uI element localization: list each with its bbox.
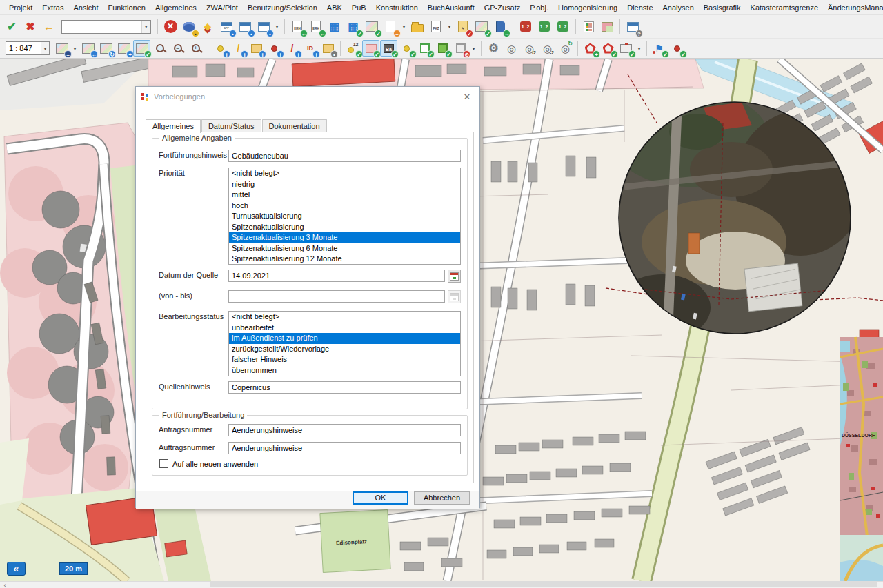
menu-basisgrafik[interactable]: Basisgrafik [699, 1, 746, 14]
list-option[interactable]: falscher Hinweis [229, 354, 460, 365]
window-gff-button[interactable]: GFF• [217, 18, 235, 36]
auf-alle-neuen-anwenden-checkbox[interactable] [159, 459, 168, 468]
list-option-selected[interactable]: im Außendienst zu prüfen [229, 333, 460, 344]
list-option[interactable]: hoch [229, 201, 460, 212]
dialog-titlebar[interactable]: Vorbelegungen ✕ [136, 87, 479, 106]
settings-gear-button[interactable]: ⚙ [485, 40, 502, 57]
book-forward-button[interactable]: → [491, 18, 509, 36]
bearbeitungsstatus-listbox[interactable]: <nicht belegt> unbearbeitet im Außendien… [228, 311, 461, 376]
list-option-selected[interactable]: Spitzenaktualisierung 3 Monate [229, 232, 460, 243]
menu-dienste[interactable]: Dienste [622, 1, 657, 14]
list-option[interactable]: übernommen [229, 365, 460, 376]
point-confirm-button[interactable]: ✓ [668, 40, 686, 57]
scroll-left-arrow[interactable]: ‹ [0, 582, 10, 588]
ba-button[interactable]: Ba✓ [380, 40, 397, 57]
target-rotate-button[interactable]: ◎↻ [557, 40, 574, 57]
list-option[interactable]: <nicht belegt> [229, 312, 460, 323]
target-half-button[interactable]: ◎/2 [521, 40, 538, 57]
back-button[interactable]: ← [40, 18, 58, 36]
window-list-button[interactable]: • [255, 18, 272, 36]
tab-allgemeines[interactable]: Allgemeines [146, 119, 201, 133]
window-dropdown-caret[interactable]: ▾ [273, 19, 281, 35]
chevron-down-icon[interactable]: ▾ [141, 21, 150, 33]
scrollbar-thumb[interactable] [210, 582, 877, 587]
flag-button[interactable]: ⚑✓ [651, 40, 668, 57]
layers-button[interactable]: ◆◆ [199, 18, 217, 36]
horizontal-scrollbar[interactable]: ‹ [0, 581, 883, 588]
import-erh-alt-button[interactable]: ERH← [307, 18, 325, 36]
pentagon-add-button[interactable]: + [582, 40, 599, 57]
info-point-button[interactable]: i [212, 40, 229, 57]
square-green-check-button[interactable]: ✓ [434, 40, 451, 57]
menu-konstruktion[interactable]: Konstruktion [371, 1, 423, 14]
menu-ansicht[interactable]: Ansicht [68, 1, 103, 14]
map-refresh-button[interactable]: ↻ [97, 40, 115, 57]
scale-combobox[interactable]: ▾ [6, 41, 50, 55]
abort-button[interactable]: ✕ [161, 18, 179, 36]
menu-benutzung-selektion[interactable]: Benutzung/Selektion [243, 1, 322, 14]
menu-pobj[interactable]: P.obj. [525, 1, 553, 14]
menu-katasteramtsgrenze[interactable]: Katasteramtsgrenze [746, 1, 823, 14]
zoom-out-button[interactable]: – [169, 40, 186, 57]
overview-map[interactable]: DÜSSELDORF [840, 337, 883, 581]
von-bis-input[interactable] [228, 290, 445, 303]
pentagon-check-button[interactable]: ✓ [599, 40, 617, 57]
scale-input[interactable] [6, 42, 41, 54]
chevron-down-icon[interactable]: ▾ [41, 42, 49, 54]
map-dropdown-caret[interactable]: ▾ [71, 40, 79, 57]
point-12-button[interactable]: 12✓ [344, 40, 361, 57]
map-minus-button[interactable]: – [53, 40, 70, 57]
area-calc-button[interactable]: • [319, 40, 337, 57]
map-redline-button[interactable]: ✓ [133, 40, 150, 57]
report-button[interactable]: – [381, 18, 399, 36]
target-minus2-button[interactable]: ◎-2 [539, 40, 556, 57]
menu-gp-zusatz[interactable]: GP-Zusatz [479, 1, 526, 14]
menu-homogenisierung[interactable]: Homogenisierung [553, 1, 622, 14]
info-line-button[interactable]: /i [230, 40, 247, 57]
menu-abk[interactable]: ABK [322, 1, 347, 14]
list-option[interactable]: mittel [229, 190, 460, 201]
list-option[interactable]: niedrig [229, 179, 460, 190]
cancel-button[interactable]: ✖ [21, 18, 39, 36]
map-back-button[interactable]: ← [79, 40, 97, 57]
map-check-button[interactable]: ✓ [473, 18, 490, 36]
numpad-green-button[interactable]: 1 2 [535, 18, 553, 36]
list-option[interactable]: unbearbeitet [229, 323, 460, 334]
square-outline-check-button[interactable]: ✓ [416, 40, 433, 57]
prioritaet-listbox[interactable]: <nicht belegt> niedrig mittel hoch Turnu… [228, 168, 461, 265]
menu-extras[interactable]: Extras [37, 1, 68, 14]
zoom-window-button[interactable] [151, 40, 168, 57]
info-redline-button[interactable]: /i [284, 40, 301, 57]
list-option[interactable]: zurückgestellt/Wiedervorlage [229, 344, 460, 355]
list-option[interactable]: Spitzenaktualisierung [229, 222, 460, 233]
point-check-button[interactable]: ✓ [398, 40, 415, 57]
numpad-green2-button[interactable]: 1 2 [554, 18, 572, 36]
info-redpoint-button[interactable]: i [266, 40, 283, 57]
pkz-dropdown-caret[interactable]: ▾ [446, 19, 453, 35]
tab-datum-status[interactable]: Datum/Status [201, 119, 261, 133]
fortfuehrungshinweis-input[interactable] [228, 150, 461, 162]
help-form-button[interactable]: ? [624, 18, 642, 36]
calendar-button[interactable] [448, 270, 461, 283]
quick-search-input[interactable] [62, 21, 141, 33]
info-area-button[interactable]: i [248, 40, 265, 57]
menu-projekt[interactable]: Projekt [4, 1, 37, 14]
stamp-dropdown-caret[interactable]: ▾ [635, 40, 643, 57]
menu-aenderungsmanager[interactable]: ÄnderungsManager [823, 1, 883, 14]
map-export-button[interactable]: ✓ [363, 18, 381, 36]
square-cancel-button[interactable]: ⊘ [452, 40, 469, 57]
pkz-document-button[interactable]: PKZ [427, 18, 445, 36]
table-button[interactable]: ▦ [326, 18, 344, 36]
square-dropdown-caret[interactable]: ▾ [470, 40, 477, 57]
auftragsnummer-input[interactable] [228, 442, 461, 454]
report-dropdown-caret[interactable]: ▾ [400, 19, 408, 35]
window-polygon-button[interactable]: • [236, 18, 254, 36]
quick-search-combobox[interactable]: ▾ [61, 20, 151, 34]
ok-button[interactable]: OK [353, 491, 408, 505]
close-icon[interactable]: ✕ [460, 92, 474, 102]
stamp-button[interactable]: ✓ [617, 40, 635, 57]
confirm-button[interactable]: ✔ [3, 18, 21, 36]
menu-pub[interactable]: PuB [347, 1, 371, 14]
menu-zwa-plot[interactable]: ZWA/Plot [201, 1, 243, 14]
panel-collapse-button[interactable]: « [7, 562, 26, 576]
